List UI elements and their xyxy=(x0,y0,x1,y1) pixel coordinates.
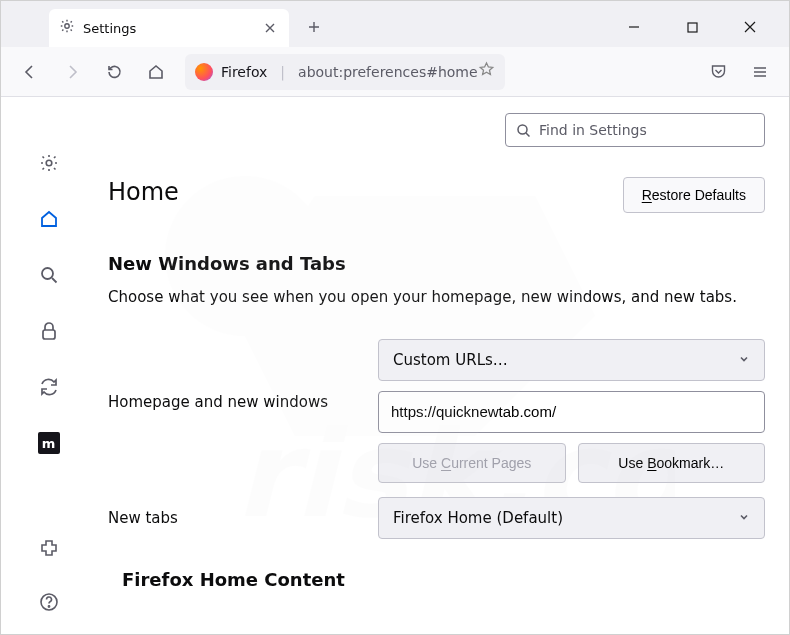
url-bar[interactable]: Firefox | about:preferences#home xyxy=(185,54,505,90)
back-button[interactable] xyxy=(13,55,47,89)
sidebar: m xyxy=(1,97,96,634)
minimize-button[interactable] xyxy=(617,12,651,42)
search-icon xyxy=(516,123,531,138)
svg-point-0 xyxy=(65,24,69,28)
use-current-pages-button[interactable]: Use Current Pages xyxy=(378,443,566,483)
chevron-down-icon xyxy=(738,509,750,527)
find-in-settings-input[interactable]: Find in Settings xyxy=(505,113,765,147)
sidebar-search-icon[interactable] xyxy=(37,263,61,287)
homepage-mode-value: Custom URLs… xyxy=(393,351,508,369)
pocket-icon[interactable] xyxy=(701,55,735,89)
sidebar-more-icon[interactable]: m xyxy=(37,431,61,455)
url-identity-label: Firefox xyxy=(221,64,267,80)
window-controls xyxy=(617,12,789,42)
menu-icon[interactable] xyxy=(743,55,777,89)
homepage-label: Homepage and new windows xyxy=(108,339,378,411)
svg-point-4 xyxy=(46,160,52,166)
firefox-logo-icon xyxy=(195,63,213,81)
toolbar: Firefox | about:preferences#home xyxy=(1,47,789,97)
use-bookmark-button[interactable]: Use Bookmark… xyxy=(578,443,766,483)
restore-defaults-button[interactable]: RRestore Defaultsestore Defaults xyxy=(623,177,765,213)
reload-button[interactable] xyxy=(97,55,131,89)
section-description: Choose what you see when you open your h… xyxy=(108,286,765,309)
svg-point-5 xyxy=(42,268,53,279)
svg-rect-1 xyxy=(688,23,697,32)
close-window-button[interactable] xyxy=(733,12,767,42)
newtabs-select[interactable]: Firefox Home (Default) xyxy=(378,497,765,539)
newtabs-label: New tabs xyxy=(108,509,378,527)
browser-tab[interactable]: Settings xyxy=(49,9,289,47)
sidebar-general-icon[interactable] xyxy=(37,151,61,175)
svg-rect-6 xyxy=(43,330,55,339)
close-tab-icon[interactable] xyxy=(261,19,279,37)
page-title: Home xyxy=(108,178,179,206)
section2-title: Firefox Home Content xyxy=(122,569,765,590)
tab-title: Settings xyxy=(83,21,253,36)
find-placeholder: Find in Settings xyxy=(539,122,647,138)
svg-point-8 xyxy=(48,606,49,607)
url-path: about:preferences#home xyxy=(298,64,478,80)
new-tab-button[interactable] xyxy=(299,12,329,42)
gear-icon xyxy=(59,18,75,38)
maximize-button[interactable] xyxy=(675,12,709,42)
forward-button[interactable] xyxy=(55,55,89,89)
sidebar-extensions-icon[interactable] xyxy=(37,536,61,560)
sidebar-help-icon[interactable] xyxy=(37,590,61,614)
home-button[interactable] xyxy=(139,55,173,89)
bookmark-star-icon[interactable] xyxy=(478,61,495,82)
tab-strip: Settings xyxy=(1,1,789,47)
chevron-down-icon xyxy=(738,351,750,369)
sidebar-home-icon[interactable] xyxy=(37,207,61,231)
homepage-mode-select[interactable]: Custom URLs… xyxy=(378,339,765,381)
svg-point-9 xyxy=(518,125,527,134)
homepage-url-input[interactable] xyxy=(378,391,765,433)
sidebar-sync-icon[interactable] xyxy=(37,375,61,399)
section-title: New Windows and Tabs xyxy=(108,253,765,274)
url-identity: Firefox | about:preferences#home xyxy=(195,63,478,81)
sidebar-privacy-icon[interactable] xyxy=(37,319,61,343)
newtabs-value: Firefox Home (Default) xyxy=(393,509,563,527)
main-content: Find in Settings Home RRestore Defaultse… xyxy=(96,97,789,634)
